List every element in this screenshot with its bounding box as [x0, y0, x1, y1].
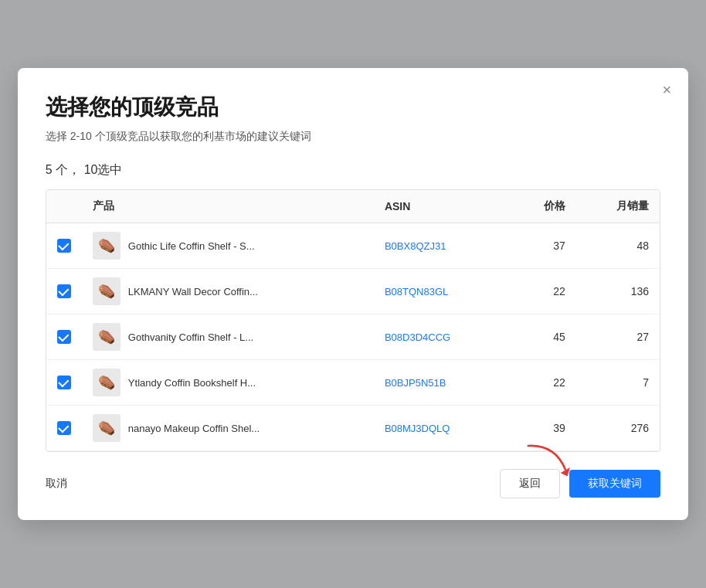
col-header-product: 产品: [82, 190, 374, 223]
product-name: LKMANY Wall Decor Coffin...: [128, 286, 258, 297]
price-cell: 37: [509, 223, 576, 269]
asin-cell[interactable]: B0BX8QZJ31: [374, 223, 509, 269]
row-checkbox[interactable]: [57, 284, 71, 298]
footer-buttons: 返回 获取关键词: [500, 469, 660, 498]
col-header-checkbox: [46, 190, 82, 223]
modal-count: 5 个， 10选中: [46, 162, 660, 178]
checkbox-cell[interactable]: [46, 314, 82, 360]
table-row: ⚰️LKMANY Wall Decor Coffin...B08TQN83GL2…: [46, 269, 660, 314]
asin-link[interactable]: B0BJP5N51B: [385, 377, 446, 389]
price-cell: 22: [509, 360, 576, 406]
asin-cell[interactable]: B096992VSJ: [374, 451, 509, 453]
checkbox-cell[interactable]: [46, 223, 82, 269]
modal-dialog: × 选择您的顶级竞品 选择 2-10 个顶级竞品以获取您的利基市场的建议关键词 …: [18, 68, 688, 520]
product-thumbnail: ⚰️: [93, 232, 120, 260]
product-name: Gothvanity Coffin Shelf - L...: [128, 331, 253, 343]
row-checkbox[interactable]: [57, 421, 71, 435]
monthly-sales-cell: 7: [576, 360, 660, 406]
product-name: Ytlandy Coffin Bookshelf H...: [128, 377, 256, 389]
product-cell: ⚰️Gothvanity Coffin Shelf - L...: [82, 314, 374, 360]
modal-overlay: × 选择您的顶级竞品 选择 2-10 个顶级竞品以获取您的利基市场的建议关键词 …: [0, 0, 706, 588]
checkbox-cell[interactable]: [46, 451, 82, 453]
product-thumbnail: ⚰️: [93, 277, 120, 305]
modal-title: 选择您的顶级竞品: [46, 93, 660, 122]
close-button[interactable]: ×: [662, 82, 671, 97]
price-cell: 45: [509, 314, 576, 360]
products-table-wrapper: 产品 ASIN 价格 月销量 ⚰️Gothic Life Coffin Shel…: [46, 189, 660, 452]
asin-link[interactable]: B08TQN83GL: [385, 286, 448, 297]
table-row: ⚰️Gothic Life Coffin Shelf - S...B0BX8QZ…: [46, 223, 660, 269]
product-name: Gothic Life Coffin Shelf - S...: [128, 240, 255, 252]
price-cell: 22: [509, 269, 576, 314]
table-header-row: 产品 ASIN 价格 月销量: [46, 190, 660, 223]
monthly-sales-cell: 276: [576, 406, 660, 451]
product-thumbnail: ⚰️: [93, 414, 120, 442]
cancel-button[interactable]: 取消: [46, 477, 67, 491]
asin-link[interactable]: B08MJ3DQLQ: [385, 423, 450, 434]
asin-cell[interactable]: B08D3D4CCG: [374, 314, 509, 360]
col-header-monthly-sales: 月销量: [576, 190, 660, 223]
monthly-sales-cell: 48: [576, 223, 660, 269]
asin-link[interactable]: B08D3D4CCG: [385, 331, 450, 343]
checkbox-cell[interactable]: [46, 269, 82, 314]
product-cell: ⚰️Gothic Life Coffin Shelf - S...: [82, 223, 374, 269]
arrow-indicator: [521, 438, 575, 484]
product-thumbnail: ⚰️: [93, 369, 120, 396]
monthly-sales-cell: 136: [576, 269, 660, 314]
modal-footer: 取消 返回 获取关键词: [46, 469, 660, 498]
product-cell: ⚰️LKMANY Wall Decor Coffin...: [82, 269, 374, 314]
product-cell: ⚰️nanayo Makeup Coffin Shel...: [82, 406, 374, 451]
asin-cell[interactable]: B0BJP5N51B: [374, 360, 509, 406]
table-row: ⚰️Gothvanity Coffin Shelf - L...B08D3D4C…: [46, 314, 660, 360]
col-header-asin: ASIN: [374, 190, 509, 223]
product-cell: ⚰️U/D Coffin Shelf Coffin Boo...: [82, 451, 374, 453]
product-thumbnail: ⚰️: [93, 323, 120, 351]
row-checkbox[interactable]: [57, 330, 71, 344]
asin-cell[interactable]: B08TQN83GL: [374, 269, 509, 314]
product-cell: ⚰️Ytlandy Coffin Bookshelf H...: [82, 360, 374, 406]
modal-subtitle: 选择 2-10 个顶级竞品以获取您的利基市场的建议关键词: [46, 130, 660, 144]
checkbox-cell[interactable]: [46, 360, 82, 406]
checkbox-cell[interactable]: [46, 406, 82, 451]
table-row: ⚰️Ytlandy Coffin Bookshelf H...B0BJP5N51…: [46, 360, 660, 406]
row-checkbox[interactable]: [57, 239, 71, 253]
monthly-sales-cell: 24: [576, 451, 660, 453]
asin-cell[interactable]: B08MJ3DQLQ: [374, 406, 509, 451]
get-keywords-button[interactable]: 获取关键词: [569, 470, 660, 498]
products-table: 产品 ASIN 价格 月销量 ⚰️Gothic Life Coffin Shel…: [46, 190, 660, 452]
monthly-sales-cell: 27: [576, 314, 660, 360]
product-name: nanayo Makeup Coffin Shel...: [128, 423, 260, 434]
row-checkbox[interactable]: [57, 376, 71, 389]
asin-link[interactable]: B0BX8QZJ31: [385, 240, 446, 252]
col-header-price: 价格: [509, 190, 576, 223]
